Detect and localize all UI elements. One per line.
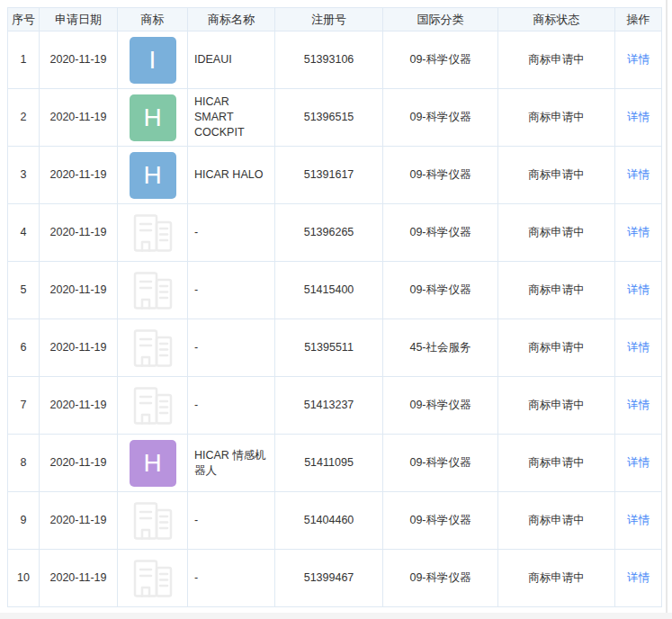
cell-status: 商标申请中 [498,435,615,492]
cell-reg-no: 51391617 [275,147,383,204]
cell-serial: 3 [8,147,40,204]
cell-reg-no: 51404460 [275,492,383,550]
cell-class: 09-科学仪器 [383,147,498,204]
table-row: 32020-11-19HHICAR HALO5139161709-科学仪器商标申… [8,147,662,204]
detail-link[interactable]: 详情 [627,111,650,123]
cell-serial: 10 [8,550,40,607]
cell-status: 商标申请中 [498,262,615,319]
cell-name: - [188,377,275,435]
trademark-table: 序号申请日期商标商标名称注册号国际分类商标状态操作 12020-11-19IID… [7,7,662,607]
detail-link[interactable]: 详情 [627,514,650,526]
building-icon [132,214,174,252]
cell-name: - [188,550,275,607]
cell-serial: 2 [8,89,40,147]
cell-date: 2020-11-19 [40,435,118,492]
building-icon [132,329,174,367]
cell-status: 商标申请中 [498,319,615,377]
page-bottom-strip [0,613,672,619]
cell-date: 2020-11-19 [40,377,118,435]
table-row: 22020-11-19HHICAR SMART COCKPIT513965150… [8,89,662,147]
detail-link[interactable]: 详情 [627,226,650,238]
cell-name: - [188,262,275,319]
cell-logo [118,377,188,435]
column-header-action: 操作 [615,8,662,31]
cell-date: 2020-11-19 [40,262,118,319]
detail-link[interactable]: 详情 [627,53,650,66]
cell-name: - [188,319,275,377]
building-icon [132,560,174,597]
table-row: 52020-11-19-5141540009-科学仪器商标申请中详情 [8,262,662,319]
detail-link[interactable]: 详情 [627,283,650,296]
cell-status: 商标申请中 [498,377,615,435]
table-row: 12020-11-19IIDEAUI5139310609-科学仪器商标申请中详情 [8,31,662,89]
table-row: 62020-11-19-5139551145-社会服务商标申请中详情 [8,319,662,377]
cell-reg-no: 51413237 [275,377,383,435]
trademark-placeholder [121,272,184,310]
cell-reg-no: 51399467 [275,550,383,607]
cell-action: 详情 [615,435,662,492]
cell-serial: 9 [8,492,40,550]
trademark-placeholder [121,329,184,367]
cell-logo [118,319,188,377]
cell-logo [118,550,188,607]
cell-action: 详情 [615,262,662,319]
table-row: 72020-11-19-5141323709-科学仪器商标申请中详情 [8,377,662,435]
cell-class: 09-科学仪器 [383,377,498,435]
detail-link[interactable]: 详情 [627,399,650,411]
cell-logo [118,204,188,262]
cell-name: - [188,492,275,550]
cell-name: IDEAUI [188,31,275,89]
trademark-letter-badge: H [130,94,176,141]
cell-date: 2020-11-19 [40,31,118,89]
cell-serial: 6 [8,319,40,377]
cell-reg-no: 51411095 [275,435,383,492]
cell-class: 09-科学仪器 [383,492,498,550]
table-header-row: 序号申请日期商标商标名称注册号国际分类商标状态操作 [8,8,662,31]
cell-action: 详情 [615,550,662,607]
trademark-letter-badge: I [130,37,176,84]
cell-name: - [188,204,275,262]
cell-logo [118,492,188,550]
cell-status: 商标申请中 [498,89,615,147]
cell-name: HICAR SMART COCKPIT [188,89,275,147]
cell-status: 商标申请中 [498,147,615,204]
cell-status: 商标申请中 [498,492,615,550]
table-row: 42020-11-19-5139626509-科学仪器商标申请中详情 [8,204,662,262]
cell-class: 09-科学仪器 [383,204,498,262]
cell-serial: 7 [8,377,40,435]
cell-date: 2020-11-19 [40,550,118,607]
detail-link[interactable]: 详情 [627,168,650,181]
cell-class: 45-社会服务 [383,319,498,377]
cell-action: 详情 [615,31,662,89]
cell-action: 详情 [615,492,662,550]
scrollbar-track[interactable] [666,0,668,619]
trademark-table-container: 序号申请日期商标商标名称注册号国际分类商标状态操作 12020-11-19IID… [7,7,662,607]
column-header-logo: 商标 [118,8,188,31]
cell-status: 商标申请中 [498,204,615,262]
table-row: 92020-11-19-5140446009-科学仪器商标申请中详情 [8,492,662,550]
cell-logo: H [118,89,188,147]
cell-reg-no: 51415400 [275,262,383,319]
cell-action: 详情 [615,147,662,204]
column-header-name: 商标名称 [188,8,275,31]
column-header-class: 国际分类 [383,8,498,31]
detail-link[interactable]: 详情 [627,571,650,584]
trademark-placeholder [121,214,184,252]
cell-serial: 1 [8,31,40,89]
building-icon [132,272,174,310]
cell-serial: 5 [8,262,40,319]
detail-link[interactable]: 详情 [627,341,650,354]
cell-class: 09-科学仪器 [383,435,498,492]
detail-link[interactable]: 详情 [627,456,650,469]
cell-serial: 4 [8,204,40,262]
column-header-serial: 序号 [8,8,40,31]
cell-reg-no: 51396265 [275,204,383,262]
cell-status: 商标申请中 [498,550,615,607]
cell-action: 详情 [615,319,662,377]
cell-logo [118,262,188,319]
trademark-placeholder [121,560,184,597]
column-header-reg_no: 注册号 [275,8,383,31]
cell-date: 2020-11-19 [40,492,118,550]
trademark-placeholder [121,502,184,540]
cell-reg-no: 51393106 [275,31,383,89]
